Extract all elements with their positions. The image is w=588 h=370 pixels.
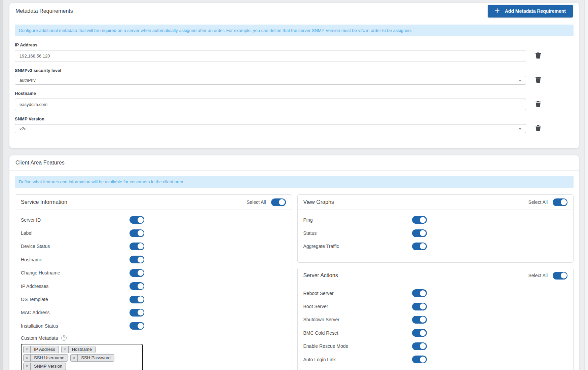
remove-tag-button[interactable]: × [62,346,69,353]
select-all-label: Select All [247,199,266,205]
tag-label: SSH Password [78,355,114,360]
toggle-knob [138,323,144,329]
server-actions-rows: Reboot ServerBoot ServerShutdown ServerB… [303,287,568,366]
tag-label: SNMP Version [31,364,66,369]
toggle-knob [420,343,426,349]
client-area-features-card: Client Area Features Define what feature… [9,155,579,370]
field-select[interactable]: authPriv [15,76,526,85]
field-label: IP Address [15,42,574,47]
client-area-card-header: Client Area Features [9,155,579,171]
field-select[interactable]: v2c [15,124,526,133]
trash-icon [536,52,541,60]
delete-requirement-button[interactable] [535,53,541,60]
feature-toggle[interactable] [130,269,144,277]
feature-toggle[interactable] [412,229,427,237]
view-graphs-select-all: Select All [528,198,567,206]
feature-toggle[interactable] [412,289,427,297]
chevron-down-icon [519,80,521,81]
field-row: v2c [15,124,574,133]
feature-row: Aggregate Traffic [303,240,568,253]
feature-row-label: Boot Server [303,304,412,309]
toggle-knob [138,309,144,316]
field-label: Hostname [15,91,574,96]
feature-toggle[interactable] [412,342,427,350]
feature-toggle[interactable] [412,243,427,250]
help-icon[interactable]: ? [61,335,67,341]
server-actions-title: Server Actions [303,272,338,279]
tag-label: SSH Username [31,355,68,360]
feature-toggle[interactable] [130,322,144,330]
field-label: SNMP Version [15,116,574,121]
field-input[interactable] [15,99,526,110]
delete-requirement-button[interactable] [535,77,541,84]
delete-requirement-button[interactable] [535,125,541,132]
toggle-knob [279,199,285,205]
feature-toggle[interactable] [412,329,427,337]
custom-metadata-tag-input[interactable]: ×IP Address×Hostname×SSH Username×SSH Pa… [21,344,143,370]
add-metadata-requirement-label: Add Metadata Requirement [505,8,566,14]
feature-row: Change Hostname [21,266,286,280]
feature-row: Ping [303,213,568,226]
trash-icon [536,125,541,132]
feature-row: Auto Login Link [303,353,568,366]
remove-tag-button[interactable]: × [24,363,31,370]
feature-toggle[interactable] [412,316,427,324]
metadata-field-group: SNMPv3 security levelauthPriv [15,68,574,85]
feature-toggle[interactable] [412,216,427,224]
field-select-value: authPriv [20,78,36,83]
field-label: SNMPv3 security level [15,68,574,73]
toggle-knob [138,243,144,249]
custom-metadata-label: Custom Metadata [21,335,58,341]
trash-icon [536,101,541,108]
remove-tag-button[interactable]: × [24,355,31,361]
toggle-knob [420,357,426,363]
field-row [15,50,574,62]
metadata-card-title: Metadata Requirements [15,8,73,14]
metadata-tag-chip: ×SSH Username [23,354,68,362]
remove-tag-button[interactable]: × [71,355,78,361]
feature-row: Shutdown Server [303,313,568,326]
select-all-toggle[interactable] [553,198,567,206]
feature-toggle[interactable] [130,256,144,263]
feature-toggle[interactable] [130,296,144,303]
metadata-field-group: Hostname [15,91,574,110]
scrollbar-track[interactable] [584,0,588,370]
select-all-toggle[interactable] [553,272,567,280]
metadata-tag-chip: ×IP Address [23,346,59,353]
service-information-select-all: Select All [247,198,286,206]
field-row [15,99,574,110]
feature-toggle[interactable] [130,229,144,237]
toggle-knob [420,317,426,323]
feature-row-label: Aggregate Traffic [303,244,412,249]
delete-requirement-button[interactable] [535,101,541,108]
add-metadata-requirement-button[interactable]: + Add Metadata Requirement [488,5,573,17]
toggle-knob [138,217,144,223]
feature-toggle[interactable] [130,309,144,317]
feature-panels: Service Information Select All Server ID… [15,194,574,370]
feature-row: OS Template [21,293,286,306]
server-actions-panel: Server Actions Select All Reboot ServerB… [297,268,574,370]
feature-row: BMC Cold Reset [303,326,568,339]
feature-row-label: Server ID [21,217,130,223]
toggle-knob [420,243,426,249]
feature-row-label: Status [303,230,412,236]
toggle-knob [138,283,144,289]
feature-toggle[interactable] [130,243,144,250]
toggle-knob [420,217,426,223]
toggle-knob [138,230,144,236]
feature-toggle[interactable] [130,216,144,224]
feature-toggle[interactable] [412,303,427,310]
feature-row: Enable Rescue Mode [303,340,568,353]
toggle-knob [420,230,426,236]
select-all-toggle[interactable] [271,198,286,206]
remove-tag-button[interactable]: × [24,346,31,353]
chevron-down-icon [519,128,521,130]
feature-row-label: Ping [303,217,412,223]
feature-toggle[interactable] [412,356,427,363]
feature-row-label: Shutdown Server [303,317,412,322]
feature-row: Label [21,226,286,239]
field-input[interactable] [15,50,526,62]
feature-row-label: Enable Rescue Mode [303,343,412,349]
feature-row: IP Addresses [21,280,286,293]
feature-toggle[interactable] [130,282,144,290]
